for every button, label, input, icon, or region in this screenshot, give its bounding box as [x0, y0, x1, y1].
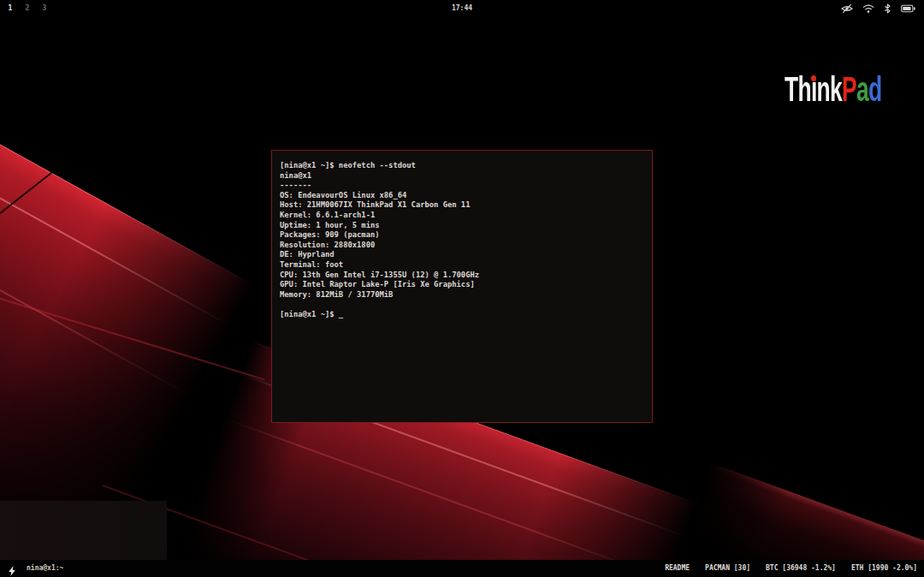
terminal-line: DE: Hyprland: [280, 250, 652, 260]
terminal-prompt-line: [nina@x1 ~]$ _: [280, 310, 652, 320]
bottom-bar: nina@x1:~ README PACMAN [30] BTC [36948 …: [0, 560, 924, 577]
wallpaper-dark-panel: [0, 501, 167, 561]
logo-letter-d: d: [868, 70, 881, 108]
pacman-updates-button[interactable]: PACMAN [30]: [705, 560, 750, 577]
host-label: nina@x1:~: [27, 560, 63, 577]
bottom-bar-modules: README PACMAN [30] BTC [36948 -1.2%] ETH…: [665, 560, 917, 577]
terminal-line: GPU: Intel Raptor Lake-P [Iris Xe Graphi…: [280, 280, 652, 290]
thinkpad-logo: ThınkPad: [785, 72, 882, 106]
logo-letter-i: ı: [811, 72, 817, 106]
readme-button[interactable]: README: [665, 560, 690, 577]
terminal-line: [nina@x1 ~]$ neofetch --stdout: [280, 161, 652, 171]
terminal-line: OS: EndeavourOS Linux x86_64: [280, 191, 652, 201]
terminal-line: [280, 300, 652, 310]
logo-letter-a: a: [856, 70, 868, 108]
clock: 17:44: [0, 0, 924, 17]
terminal-line: Packages: 909 (pacman): [280, 230, 652, 241]
terminal-line: Uptime: 1 hour, 5 mins: [280, 221, 652, 231]
terminal-line: -------: [280, 181, 652, 191]
terminal-line: Memory: 812MiB / 31770MiB: [280, 290, 652, 300]
terminal-line: CPU: 13th Gen Intel i7-1355U (12) @ 1.70…: [280, 271, 652, 281]
logo-text-think: Th: [785, 70, 811, 108]
logo-letter-p: P: [842, 70, 856, 108]
eth-ticker[interactable]: ETH [1990 -2.0%]: [851, 560, 917, 577]
btc-ticker[interactable]: BTC [36948 -1.2%]: [766, 560, 836, 577]
terminal-line: Kernel: 6.6.1-arch1-1: [280, 211, 652, 221]
idle-inhibitor-eye-off-icon[interactable]: [841, 3, 853, 14]
terminal-line: Host: 21HM0067IX ThinkPad X1 Carbon Gen …: [280, 200, 652, 211]
battery-icon[interactable]: [901, 4, 915, 13]
desktop: ThınkPad [nina@x1 ~]$ neofetch --stdout …: [0, 0, 924, 577]
foot-terminal-window[interactable]: [nina@x1 ~]$ neofetch --stdout nina@x1 -…: [271, 150, 653, 423]
terminal-line: Terminal: foot: [280, 260, 652, 271]
terminal-line: nina@x1: [280, 171, 652, 181]
logo-text-think-2: nk: [817, 70, 842, 108]
bluetooth-icon[interactable]: [884, 3, 891, 14]
status-icon-tray: [841, 0, 915, 17]
terminal-line: Resolution: 2880x1800: [280, 241, 652, 251]
top-bar: 1 2 3 17:44: [0, 0, 924, 17]
lightning-bolt-icon: [8, 563, 16, 577]
wifi-icon[interactable]: [862, 3, 874, 14]
